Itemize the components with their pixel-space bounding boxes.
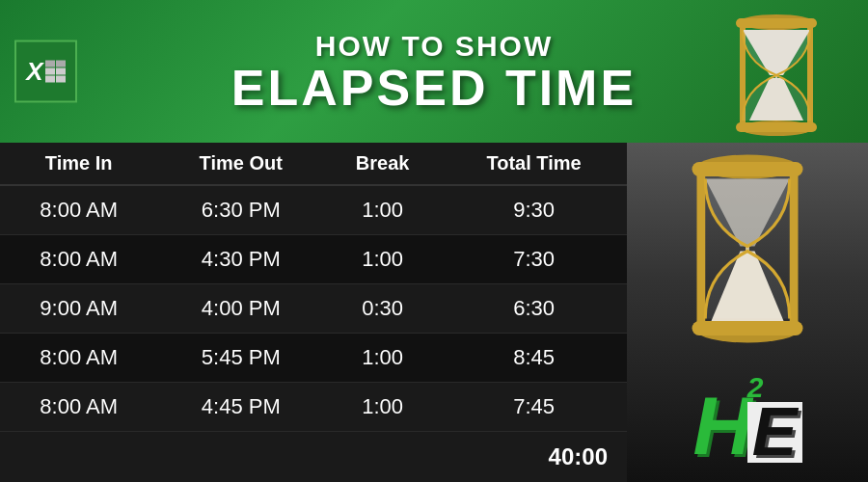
svg-rect-12: [790, 165, 799, 334]
cell-time-out: 5:45 PM: [157, 334, 324, 383]
grand-total: 40:00: [441, 432, 627, 483]
header: X HOW TO SHOW ELAPSED TIME: [0, 0, 868, 143]
hourglass-icon: [728, 13, 825, 138]
page-title: HOW TO SHOW ELAPSED TIME: [231, 30, 637, 113]
main-content: Time In Time Out Break Total Time 8:00 A…: [0, 143, 868, 482]
hourglass-main-icon: [685, 152, 810, 345]
cell-total: 7:45: [441, 383, 627, 432]
cell-break: 1:00: [324, 383, 441, 432]
cell-time-out: 4:45 PM: [157, 383, 324, 432]
cell-time-in: 8:00 AM: [0, 383, 157, 432]
grid-cell: [56, 68, 66, 75]
grid-cell: [56, 61, 66, 67]
cell-break: 1:00: [324, 235, 441, 284]
table-row: 8:00 AM 4:30 PM 1:00 7:30: [0, 235, 627, 284]
grid-cell: [45, 76, 55, 83]
excel-x-letter: X: [26, 57, 42, 87]
cell-total: 6:30: [441, 284, 627, 334]
grid-cell: [45, 61, 55, 67]
col-time-out: Time Out: [157, 143, 324, 185]
h2e-h-letter: H: [692, 389, 751, 464]
main-container: X HOW TO SHOW ELAPSED TIME: [0, 0, 868, 482]
cell-break: 0:30: [324, 284, 441, 334]
h2e-2e: 2 E: [747, 363, 802, 463]
excel-grid: [45, 61, 66, 83]
excel-logo: X: [14, 40, 77, 103]
cell-time-out: 4:30 PM: [157, 235, 324, 284]
h2e-e-letter: E: [747, 402, 802, 463]
grid-cell: [45, 68, 55, 75]
col-break: Break: [324, 143, 441, 185]
table-row: 8:00 AM 5:45 PM 1:00 8:45: [0, 334, 627, 383]
h2e-logo: H 2 E: [692, 363, 801, 463]
cell-time-out: 6:30 PM: [157, 185, 324, 235]
title-line1: HOW TO SHOW: [231, 30, 637, 63]
svg-rect-8: [736, 122, 817, 132]
cell-break: 1:00: [324, 334, 441, 383]
svg-rect-7: [736, 18, 817, 28]
cell-time-out: 4:00 PM: [157, 284, 324, 334]
hourglass-header: [714, 5, 839, 145]
svg-rect-16: [692, 162, 803, 176]
cell-time-in: 8:00 AM: [0, 235, 157, 284]
cell-time-in: 8:00 AM: [0, 334, 157, 383]
title-line2: ELAPSED TIME: [231, 63, 637, 113]
svg-rect-17: [692, 321, 803, 335]
grid-cell: [56, 76, 66, 83]
cell-time-in: 9:00 AM: [0, 284, 157, 334]
time-table: Time In Time Out Break Total Time 8:00 A…: [0, 143, 627, 482]
cell-total: 8:45: [441, 334, 627, 383]
right-panel: H 2 E: [627, 143, 868, 482]
table-header-row: Time In Time Out Break Total Time: [0, 143, 627, 185]
table-row: 8:00 AM 4:45 PM 1:00 7:45: [0, 383, 627, 432]
col-total-time: Total Time: [441, 143, 627, 185]
table-area: Time In Time Out Break Total Time 8:00 A…: [0, 143, 627, 482]
total-label: [0, 432, 441, 483]
table-row: 9:00 AM 4:00 PM 0:30 6:30: [0, 284, 627, 334]
total-row: 40:00: [0, 432, 627, 483]
cell-time-in: 8:00 AM: [0, 185, 157, 235]
svg-rect-11: [697, 165, 706, 334]
col-time-in: Time In: [0, 143, 157, 185]
cell-total: 7:30: [441, 235, 627, 284]
table-row: 8:00 AM 6:30 PM 1:00 9:30: [0, 185, 627, 235]
cell-total: 9:30: [441, 185, 627, 235]
cell-break: 1:00: [324, 185, 441, 235]
